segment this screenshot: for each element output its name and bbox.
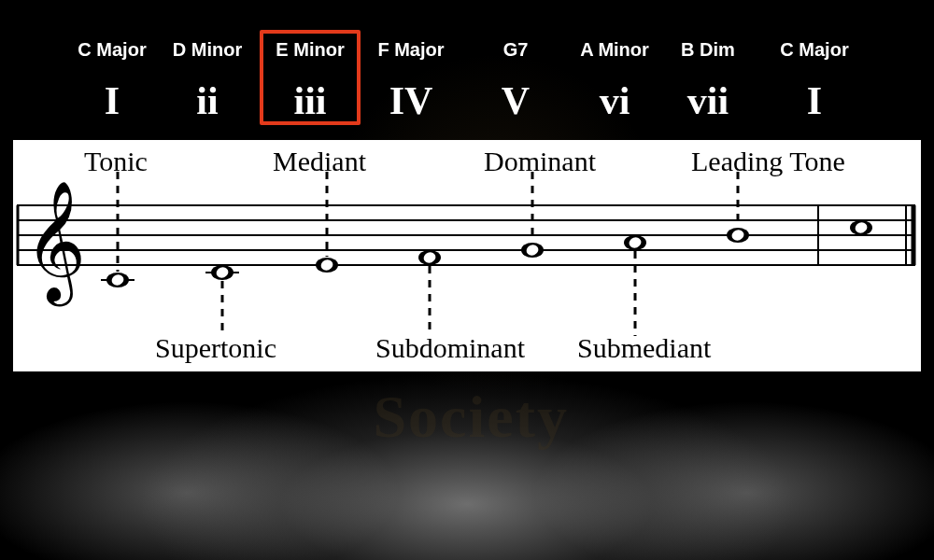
- chord-label: B Dim: [671, 39, 745, 61]
- scale-degree-term: Dominant: [484, 146, 596, 177]
- staff-panel: 𝄞 TonicMediantDominantLeading ToneSupert…: [13, 140, 921, 371]
- roman-numeral-text: vii: [687, 79, 729, 122]
- roman-numeral-text: ii: [196, 79, 218, 122]
- chord-label: F Major: [370, 39, 452, 61]
- chord-label-text: D Minor: [173, 39, 242, 60]
- scale-degree-term: Mediant: [273, 146, 366, 177]
- roman-numeral-text: V: [502, 79, 530, 122]
- roman-numeral: ii: [166, 78, 248, 123]
- roman-numeral-text: iii: [293, 79, 326, 122]
- treble-clef-icon: 𝄞: [24, 182, 86, 307]
- scale-degree-term: Submediant: [577, 332, 711, 364]
- chord-label-text: F Major: [377, 39, 444, 60]
- scale-degree-term: Subdominant: [375, 332, 525, 364]
- roman-numeral: I: [773, 78, 856, 123]
- chord-label-text: C Major: [78, 39, 146, 60]
- roman-numeral: vii: [671, 78, 745, 123]
- roman-numeral: vi: [573, 78, 656, 123]
- chord-label: G7: [483, 39, 548, 61]
- chord-label-text: A Minor: [580, 39, 649, 60]
- scale-degree-term: Supertonic: [155, 332, 276, 364]
- roman-numeral-text: I: [807, 79, 822, 122]
- chord-label-text: G7: [503, 39, 529, 60]
- roman-numeral: iii: [263, 78, 357, 123]
- roman-numeral-text: I: [105, 79, 120, 122]
- chord-label: A Minor: [573, 39, 656, 61]
- chord-label: C Major: [773, 39, 856, 61]
- chord-label: D Minor: [166, 39, 248, 61]
- roman-numeral-text: IV: [389, 79, 433, 122]
- chord-label: E Minor: [263, 39, 357, 61]
- roman-numeral-text: vi: [600, 79, 630, 122]
- chord-label-text: E Minor: [276, 39, 344, 60]
- roman-numeral: V: [483, 78, 548, 123]
- scale-degree-term: Leading Tone: [691, 146, 845, 177]
- chord-header: C MajorD MinorE MinorF MajorG7A MinorB D…: [0, 39, 934, 125]
- chord-label-text: C Major: [780, 39, 848, 60]
- roman-numeral-row: IiiiiiIVVviviiI: [0, 78, 934, 125]
- roman-numeral: I: [71, 78, 153, 123]
- chord-label: C Major: [71, 39, 153, 61]
- chord-label-text: B Dim: [681, 39, 735, 60]
- chord-name-row: C MajorD MinorE MinorF MajorG7A MinorB D…: [0, 39, 934, 62]
- roman-numeral: IV: [370, 78, 452, 123]
- scale-degree-term: Tonic: [84, 146, 148, 177]
